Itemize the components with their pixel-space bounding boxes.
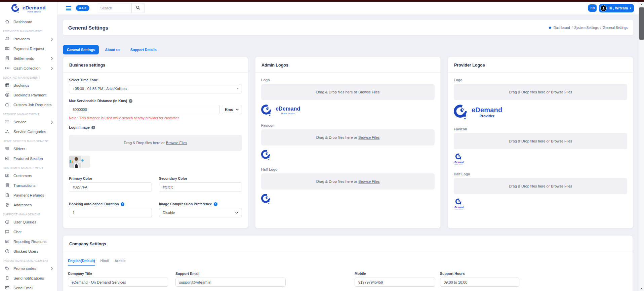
lang-tab-arabic[interactable]: Arabic: [115, 259, 126, 266]
login-image-dropzone[interactable]: Drag & Drop files here or Browse Files: [69, 135, 242, 151]
tab-support-details[interactable]: Support Details: [126, 45, 161, 54]
primary-color-input[interactable]: [69, 182, 152, 192]
help-icon[interactable]: ?: [91, 126, 95, 129]
language-button[interactable]: EN: [588, 4, 597, 12]
page-content: General Settings Dashboard/System Settin…: [57, 15, 639, 291]
sidebar-item-label: Providers: [13, 37, 30, 41]
browse-files-link[interactable]: Browse Files: [551, 139, 572, 143]
field-support-hours: Support Hours: [440, 272, 519, 287]
browse-files-link[interactable]: Browse Files: [551, 90, 572, 94]
card-title: Company Settings: [63, 236, 633, 251]
admin-logos-favicon-dropzone[interactable]: Drag & Drop files here or Browse Files: [261, 129, 435, 146]
support-hours-input[interactable]: [440, 278, 519, 287]
vertical-scrollbar[interactable]: ▲ ▼: [639, 2, 644, 291]
provider-logos-half-logo-dropzone[interactable]: Drag & Drop files here or Browse Files: [454, 178, 627, 194]
chat-icon: [5, 229, 10, 234]
edemand-logo-icon: [11, 4, 20, 15]
sidebar-item-service[interactable]: Service❯: [0, 117, 57, 127]
sidebar-item-send-notifications[interactable]: Send notifications: [0, 273, 57, 283]
breadcrumb-separator: /: [572, 26, 573, 30]
provider-logos-favicon-dropzone[interactable]: Drag & Drop files here or Browse Files: [454, 133, 627, 149]
distance-unit-select[interactable]: Kms: [222, 105, 242, 114]
distance-input[interactable]: [69, 105, 220, 114]
sidebar-item-addresses[interactable]: Addresses: [0, 200, 57, 210]
hamburger-menu-icon[interactable]: [66, 6, 71, 10]
search-button[interactable]: [131, 3, 145, 13]
sidebar-item-settlements[interactable]: Settlements❯: [0, 53, 57, 63]
admin-logos-half-logo-dropzone[interactable]: Drag & Drop files here or Browse Files: [261, 173, 435, 190]
lang-tab-english-default[interactable]: English(Default): [68, 259, 95, 266]
sidebar-item-payment-request[interactable]: Payment Request: [0, 44, 57, 53]
sidebar-item-booking-s-payment[interactable]: Booking's Payment: [0, 90, 57, 100]
secondary-color-input[interactable]: [159, 182, 242, 192]
timezone-value: +05:30 - 04:56 PM - Asia/Kolkata: [73, 87, 127, 91]
sidebar-item-providers[interactable]: Providers❯: [0, 34, 57, 44]
search-input[interactable]: [97, 3, 131, 13]
admin-logos-logo-label: Logo: [261, 78, 435, 82]
sidebar-item-custom-job-requests[interactable]: Custom Job Requests: [0, 100, 57, 110]
timezone-select[interactable]: +05:30 - 04:56 PM - Asia/Kolkata ▾: [69, 84, 242, 93]
sidebar-item-payment-refunds[interactable]: Payment Refunds: [0, 190, 57, 200]
breadcrumb-item-system-settings[interactable]: System Settings: [574, 26, 598, 30]
company-settings-card: Company Settings English(Default)HindiAr…: [63, 235, 633, 291]
browse-files-link[interactable]: Browse Files: [358, 135, 379, 139]
breadcrumb-item-dashboard[interactable]: Dashboard: [554, 26, 570, 30]
browse-files-link[interactable]: Browse Files: [358, 90, 379, 94]
sidebar-item-reporting-reasons[interactable]: Reporting Reasons: [0, 237, 57, 246]
sidebar-item-sliders[interactable]: Sliders: [0, 144, 57, 154]
browse-files-link[interactable]: Browse Files: [551, 184, 572, 188]
sidebar-item-chat[interactable]: Chat: [0, 227, 57, 237]
sidebar-item-service-categories[interactable]: Service Categories: [0, 127, 57, 136]
mobile-input[interactable]: [355, 278, 435, 287]
scroll-down-arrow-icon[interactable]: ▼: [639, 286, 644, 291]
cancel-duration-input[interactable]: [69, 208, 152, 217]
sidebar-item-label: Blocked Users: [13, 249, 38, 253]
provider-logos-logo-dropzone[interactable]: Drag & Drop files here or Browse Files: [454, 84, 627, 100]
sidebar-item-label: Payment Request: [13, 47, 44, 51]
sidebar-item-label: Cash Collection: [13, 66, 41, 70]
support-hours-label: Support Hours: [440, 272, 519, 276]
sidebar-item-promo-codes[interactable]: Promo codes❯: [0, 263, 57, 273]
sidebar-item-label: Send Email: [13, 286, 33, 290]
help-icon[interactable]: ?: [129, 99, 132, 103]
admin-logos-favicon-preview: [261, 150, 435, 161]
chevron-right-icon: ❯: [50, 57, 53, 60]
support-email-input[interactable]: [175, 278, 286, 287]
tab-general-settings[interactable]: General Settings: [63, 45, 99, 54]
company-title-label: Company Title: [68, 272, 168, 276]
sidebar-item-transactions[interactable]: Transactions: [0, 180, 57, 190]
sidebar-item-send-email[interactable]: Send Email: [0, 283, 57, 291]
sidebar-section-home-screen-management: HOME SCREEN MANAGEMENT: [0, 139, 57, 143]
tab-about-us[interactable]: About us: [101, 45, 124, 54]
sidebar-item-featured-section[interactable]: Featured Section: [0, 154, 57, 163]
lang-tab-hindi[interactable]: Hindi: [100, 259, 109, 266]
browse-files-link[interactable]: Browse Files: [358, 179, 379, 183]
search-group: [97, 3, 145, 13]
sidebar-item-dashboard[interactable]: Dashboard: [0, 17, 57, 27]
company-title-input[interactable]: [68, 278, 168, 287]
help-icon[interactable]: ?: [214, 202, 217, 206]
sidebar-item-cash-collection[interactable]: Cash Collection❯: [0, 63, 57, 73]
sidebar-item-user-queries[interactable]: User Queries: [0, 217, 57, 227]
browse-files-link[interactable]: Browse Files: [166, 141, 187, 145]
user-menu-button[interactable]: Hi , Wrteam ▾: [599, 4, 634, 12]
breadcrumb: Dashboard/System Settings/General Settin…: [548, 26, 628, 30]
sidebar-item-label: Send notifications: [13, 276, 44, 280]
sidebar-item-label: Bookings: [13, 83, 29, 87]
help-icon[interactable]: ?: [121, 202, 124, 206]
login-image-thumbnail[interactable]: [69, 156, 90, 168]
settings-tabs: General SettingsAbout usSupport Details: [63, 45, 633, 54]
sidebar-item-bookings[interactable]: Bookings: [0, 80, 57, 90]
compression-label: Image Compression Preference ?: [159, 202, 242, 206]
user-greeting: Hi , Wrteam: [608, 6, 628, 10]
sidebar-item-customers[interactable]: Customers: [0, 171, 57, 180]
topbar: 4.4.0 EN Hi , Wrteam ▾: [57, 2, 639, 15]
chevron-down-icon: [236, 108, 239, 111]
sidebar-item-blocked-users[interactable]: Blocked Users: [0, 246, 57, 256]
admin-logos-logo-dropzone[interactable]: Drag & Drop files here or Browse Files: [261, 84, 435, 100]
language-tabs: English(Default)HindiArabic: [68, 259, 628, 266]
scrollbar-thumb[interactable]: [639, 7, 644, 40]
compression-select[interactable]: Disable: [159, 208, 242, 217]
scroll-up-arrow-icon[interactable]: ▲: [639, 2, 644, 7]
sidebar-section-provider-management: PROVIDER MANAGEMENT: [0, 30, 57, 33]
